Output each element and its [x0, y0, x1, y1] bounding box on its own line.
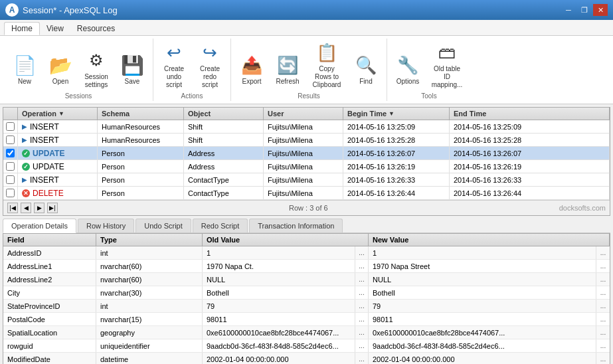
- expand-arrow-icon: ▶: [22, 176, 27, 183]
- detail-newval-expand[interactable]: ...: [596, 286, 610, 299]
- table-row[interactable]: ▶ INSERT HumanResources Shift Fujitsu\Mi…: [3, 134, 610, 147]
- detail-newval-expand[interactable]: ...: [596, 260, 610, 272]
- menu-item-view[interactable]: View: [40, 23, 70, 35]
- col-header-operation[interactable]: Operation ▼: [18, 108, 98, 120]
- nav-first-button[interactable]: |◀: [7, 203, 18, 213]
- menu-item-resources[interactable]: Resources: [70, 23, 122, 35]
- operation-label: DELETE: [33, 189, 64, 198]
- nav-last-button[interactable]: ▶|: [47, 203, 58, 213]
- row-begintime: 2014-05-16 13:25:09: [343, 120, 450, 133]
- create-redo-button[interactable]: ↪ Create redo script: [193, 39, 226, 91]
- detail-type: nvarchar(60): [96, 260, 203, 272]
- create-undo-button[interactable]: ↩ Create undo script: [157, 39, 191, 91]
- row-checkbox[interactable]: [3, 120, 18, 133]
- col-header-user[interactable]: User: [264, 108, 343, 120]
- row-schema: HumanResources: [98, 120, 184, 133]
- row-checkbox[interactable]: [3, 160, 18, 173]
- table-row[interactable]: ✓ UPDATE Person Address Fujitsu\Milena 2…: [3, 160, 610, 173]
- col-header-schema[interactable]: Schema: [98, 108, 184, 120]
- detail-oldval-expand[interactable]: ...: [355, 353, 369, 364]
- tools-group-label: Tools: [421, 92, 436, 101]
- close-button[interactable]: ✕: [593, 4, 608, 16]
- col-header-begintime[interactable]: Begin Time ▼: [343, 108, 450, 120]
- row-checkbox[interactable]: [3, 187, 18, 199]
- nav-prev-button[interactable]: ◀: [21, 203, 31, 213]
- create-redo-label: Create redo script: [197, 65, 223, 89]
- options-button[interactable]: 🔧 Options: [391, 51, 424, 91]
- detail-oldval-expand[interactable]: ...: [355, 300, 369, 312]
- detail-newval-expand[interactable]: ...: [596, 353, 610, 364]
- old-table-button[interactable]: 🗃 Old table ID mapping...: [427, 39, 467, 91]
- menu-item-home[interactable]: Home: [4, 22, 40, 35]
- detail-field: AddressLine2: [3, 273, 96, 286]
- row-checkbox[interactable]: [3, 134, 18, 146]
- new-icon: 📄: [14, 54, 35, 76]
- minimize-button[interactable]: ─: [561, 4, 576, 16]
- detail-row[interactable]: ModifiedDate datetime 2002-01-04 00:00:0…: [3, 353, 610, 364]
- row-checkbox[interactable]: [3, 173, 18, 186]
- tab-operation-details[interactable]: Operation Details: [3, 219, 76, 233]
- find-button[interactable]: 🔍 Find: [349, 51, 383, 91]
- detail-row[interactable]: PostalCode nvarchar(15) 98011 ... 98011 …: [3, 313, 610, 326]
- row-schema: Person: [98, 187, 184, 199]
- copy-rows-button[interactable]: 📋 Copy Rows to Clipboard: [307, 39, 347, 91]
- row-object: ContactType: [184, 187, 264, 199]
- row-endtime: 2014-05-16 13:26:07: [450, 147, 610, 159]
- detail-newval-expand[interactable]: ...: [596, 246, 610, 259]
- options-label: Options: [396, 78, 419, 86]
- detail-field: ModifiedDate: [3, 353, 96, 364]
- refresh-button[interactable]: 🔄 Refresh: [271, 51, 304, 91]
- export-button[interactable]: 📤 Export: [235, 51, 268, 91]
- detail-col-newval: New Value: [369, 234, 610, 246]
- row-begintime: 2014-05-16 13:26:19: [343, 160, 450, 173]
- detail-oldval-expand[interactable]: ...: [355, 313, 369, 325]
- table-row[interactable]: ✓ UPDATE Person Address Fujitsu\Milena 2…: [3, 147, 610, 160]
- table-row[interactable]: ▶ INSERT HumanResources Shift Fujitsu\Mi…: [3, 120, 610, 134]
- tab-transaction-info[interactable]: Transaction Information: [249, 219, 343, 232]
- detail-row[interactable]: AddressLine2 nvarchar(60) NULL ... NULL …: [3, 273, 610, 286]
- find-icon: 🔍: [355, 54, 377, 76]
- detail-newval-expand[interactable]: ...: [596, 313, 610, 325]
- new-label: New: [18, 78, 31, 86]
- ribbon: 📄 New 📂 Open ⚙ Session settings 💾 Save S…: [0, 36, 613, 104]
- detail-row[interactable]: City nvarchar(30) Bothell ... Bothell ..…: [3, 286, 610, 300]
- detail-row[interactable]: AddressLine1 nvarchar(60) 1970 Napa Ct. …: [3, 260, 610, 273]
- table-row[interactable]: ▶ INSERT Person ContactType Fujitsu\Mile…: [3, 173, 610, 187]
- row-operation: ▶ INSERT: [18, 173, 98, 186]
- detail-oldval-expand[interactable]: ...: [355, 260, 369, 272]
- row-operation: ✓ UPDATE: [18, 147, 98, 159]
- tab-redo-script[interactable]: Redo Script: [193, 219, 248, 232]
- detail-newval-expand[interactable]: ...: [596, 273, 610, 286]
- refresh-icon: 🔄: [277, 54, 298, 76]
- refresh-label: Refresh: [276, 78, 299, 86]
- detail-oldval-expand[interactable]: ...: [355, 246, 369, 259]
- detail-oldval-expand[interactable]: ...: [355, 339, 369, 352]
- tab-undo-script[interactable]: Undo Script: [135, 219, 191, 232]
- col-header-object[interactable]: Object: [184, 108, 264, 120]
- col-header-endtime[interactable]: End Time: [450, 108, 610, 120]
- session-settings-button[interactable]: ⚙ Session settings: [80, 46, 113, 91]
- tab-row-history[interactable]: Row History: [78, 219, 134, 232]
- table-row[interactable]: ✕ DELETE Person ContactType Fujitsu\Mile…: [3, 187, 610, 200]
- col-header-check[interactable]: [3, 108, 18, 120]
- detail-oldval-expand[interactable]: ...: [355, 286, 369, 299]
- save-button[interactable]: 💾 Save: [116, 51, 149, 91]
- detail-newval-expand[interactable]: ...: [596, 339, 610, 352]
- detail-row[interactable]: rowguid uniqueidentifier 9aadcb0d-36cf-4…: [3, 339, 610, 353]
- row-checkbox[interactable]: [3, 147, 18, 159]
- nav-next-button[interactable]: ▶: [34, 203, 44, 213]
- detail-newval-expand[interactable]: ...: [596, 326, 610, 339]
- new-button[interactable]: 📄 New: [8, 51, 41, 91]
- operation-label: UPDATE: [33, 149, 64, 158]
- detail-row[interactable]: StateProvinceID int 79 ... 79 ...: [3, 300, 610, 313]
- open-button[interactable]: 📂 Open: [44, 51, 77, 91]
- detail-type: int: [96, 300, 203, 312]
- detail-newval-expand[interactable]: ...: [596, 300, 610, 312]
- detail-oldval-expand[interactable]: ...: [355, 273, 369, 286]
- detail-row[interactable]: SpatialLocation geography 0xe6100000010c…: [3, 326, 610, 339]
- restore-button[interactable]: ❐: [577, 4, 592, 16]
- detail-field: StateProvinceID: [3, 300, 96, 312]
- detail-row[interactable]: AddressID int 1 ... 1 ...: [3, 246, 610, 260]
- detail-oldval-expand[interactable]: ...: [355, 326, 369, 339]
- row-operation: ✕ DELETE: [18, 187, 98, 199]
